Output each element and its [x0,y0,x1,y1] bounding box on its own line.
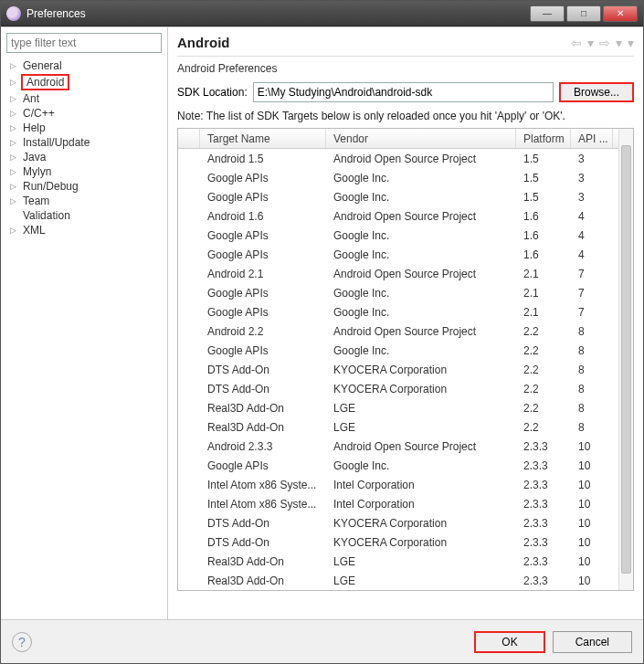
back-icon[interactable]: ⇦ [571,36,582,50]
tree-item-install-update[interactable]: ▷Install/Update [6,135,162,150]
table-row[interactable]: Real3D Add-OnLGE2.28 [178,398,633,417]
tree-item-xml[interactable]: ▷XML [6,223,162,237]
tree-item-mylyn[interactable]: ▷Mylyn [6,164,162,179]
table-row[interactable]: Real3D Add-OnLGE2.3.310 [178,552,633,571]
col-platform[interactable]: Platform [516,129,571,148]
ok-button[interactable]: OK [474,631,544,653]
expand-arrow-icon[interactable]: ▷ [10,167,19,176]
table-row[interactable]: DTS Add-OnKYOCERA Corporation2.28 [178,360,633,379]
cell-api: 10 [571,440,613,453]
table-row[interactable]: Google APIsGoogle Inc.2.17 [178,283,633,302]
table-row[interactable]: Real3D Add-OnLGE2.28 [178,417,633,437]
cell-api: 10 [571,479,613,491]
expand-arrow-icon[interactable]: ▷ [10,226,19,235]
cell-api: 4 [571,210,613,223]
prefs-subtitle: Android Preferences [177,62,634,75]
expand-arrow-icon[interactable]: ▷ [10,182,19,191]
cell-target: Real3D Add-On [200,574,326,587]
sidebar: ▷General▷Android▷Ant▷C/C++▷Help▷Install/… [1,27,168,619]
table-row[interactable]: Intel Atom x86 Syste...Intel Corporation… [178,494,633,513]
close-button[interactable]: ✕ [603,5,638,22]
table-row[interactable]: Google APIsGoogle Inc.1.53 [178,168,633,187]
minimize-button[interactable]: — [530,5,565,22]
tree-item-label: Validation [21,209,72,222]
cell-api: 8 [571,402,613,415]
tree-item-label: Run/Debug [21,180,80,193]
cell-target: DTS Add-On [200,383,326,395]
tree-item-java[interactable]: ▷Java [6,150,162,164]
expand-arrow-icon[interactable]: ▷ [10,78,19,87]
cancel-button[interactable]: Cancel [553,631,632,653]
cell-target: Intel Atom x86 Syste... [200,498,326,511]
tree: ▷General▷Android▷Ant▷C/C++▷Help▷Install/… [6,58,162,237]
tree-item-help[interactable]: ▷Help [6,121,162,135]
table-row[interactable]: Android 2.1Android Open Source Project2.… [178,264,633,283]
table-row[interactable]: Real3D Add-OnLGE2.3.310 [178,571,633,590]
cell-api: 10 [571,459,613,472]
cell-target: Android 2.3.3 [200,440,326,453]
dropdown-icon[interactable]: ▾ [616,36,622,50]
filter-input[interactable] [6,33,162,53]
cell-platform: 2.1 [516,268,571,280]
table-row[interactable]: Android 2.3.3Android Open Source Project… [178,437,633,456]
cell-target: Google APIs [200,306,326,319]
expand-arrow-icon[interactable]: ▷ [10,138,19,147]
expand-arrow-icon[interactable]: ▷ [10,123,19,132]
cell-target: Real3D Add-On [200,555,326,568]
expand-arrow-icon[interactable]: ▷ [10,196,19,206]
tree-item-validation[interactable]: Validation [6,208,162,223]
table-row[interactable]: Google APIsGoogle Inc.1.64 [178,245,633,264]
tree-item-ant[interactable]: ▷Ant [6,91,162,106]
expand-arrow-icon[interactable]: ▷ [10,94,19,103]
table-row[interactable]: Google APIsGoogle Inc.2.17 [178,302,633,321]
cell-platform: 1.5 [516,191,571,204]
dropdown-icon[interactable]: ▾ [587,36,594,50]
tree-item-run-debug[interactable]: ▷Run/Debug [6,179,162,194]
maximize-button[interactable]: □ [566,5,601,22]
cell-api: 8 [571,325,613,338]
col-api[interactable]: API ... [571,129,613,148]
table-row[interactable]: DTS Add-OnKYOCERA Corporation2.3.310 [178,532,633,552]
cell-target: Intel Atom x86 Syste... [200,479,326,491]
cell-api: 7 [571,306,613,319]
cell-vendor: LGE [326,421,516,434]
cell-vendor: LGE [326,555,516,568]
cell-api: 10 [571,517,613,530]
sdk-location-input[interactable] [253,82,554,102]
expand-arrow-icon[interactable]: ▷ [10,109,19,118]
table-row[interactable]: Google APIsGoogle Inc.2.3.310 [178,456,633,475]
cell-vendor: Android Open Source Project [326,153,516,165]
vertical-scrollbar[interactable] [618,129,633,590]
tree-item-general[interactable]: ▷General [6,58,162,73]
table-row[interactable]: DTS Add-OnKYOCERA Corporation2.3.310 [178,513,633,532]
table-row[interactable]: Intel Atom x86 Syste...Intel Corporation… [178,475,633,494]
tree-item-android[interactable]: ▷Android [6,73,162,91]
col-vendor[interactable]: Vendor [326,129,516,148]
expand-arrow-icon[interactable]: ▷ [10,61,19,70]
cell-platform: 2.3.3 [516,459,571,472]
table-row[interactable]: Android 2.2Android Open Source Project2.… [178,321,633,341]
cell-platform: 1.6 [516,248,571,261]
table-row[interactable]: Google APIsGoogle Inc.2.28 [178,341,633,360]
table-row[interactable]: DTS Add-OnKYOCERA Corporation2.28 [178,379,633,398]
expand-arrow-icon[interactable]: ▷ [10,153,19,162]
browse-button[interactable]: Browse... [559,82,634,102]
table-row[interactable]: Android 1.5Android Open Source Project1.… [178,149,633,168]
tree-item-c-c-[interactable]: ▷C/C++ [6,106,162,121]
cell-target: Android 2.1 [200,268,326,280]
help-icon[interactable]: ? [12,632,32,652]
cell-platform: 2.3.3 [516,517,571,530]
table-row[interactable]: Android 1.6Android Open Source Project1.… [178,206,633,226]
cell-api: 10 [571,536,613,549]
cell-platform: 1.5 [516,172,571,184]
titlebar[interactable]: Preferences — □ ✕ [1,1,643,26]
menu-icon[interactable]: ▾ [628,36,634,50]
tree-item-label: Install/Update [21,136,91,149]
tree-item-team[interactable]: ▷Team [6,194,162,208]
cell-api: 3 [571,153,613,165]
table-row[interactable]: Google APIsGoogle Inc.1.53 [178,187,633,206]
table-row[interactable]: Google APIsGoogle Inc.1.64 [178,226,633,245]
cell-vendor: KYOCERA Corporation [326,517,516,530]
col-target[interactable]: Target Name [200,129,326,148]
forward-icon[interactable]: ⇨ [599,36,610,50]
